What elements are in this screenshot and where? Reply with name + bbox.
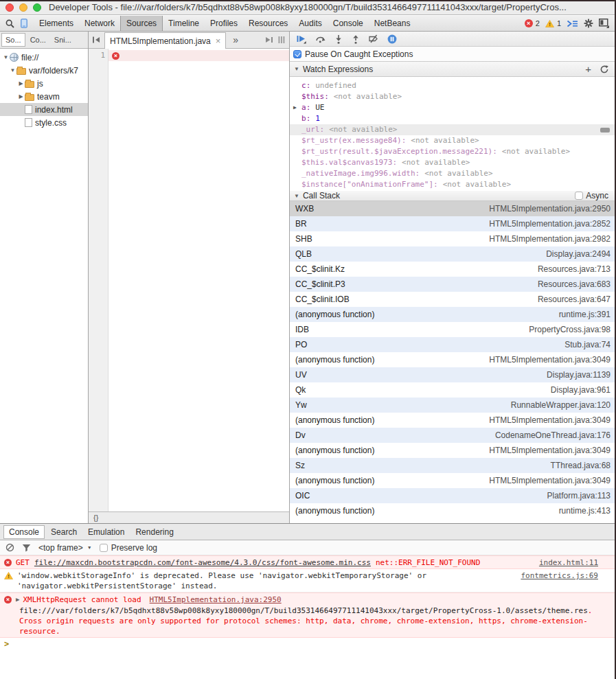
code-editor[interactable]: 1 × <box>89 49 289 511</box>
stack-frame-yw[interactable]: Yw RunnableWrapper.java:120 <box>290 398 616 413</box>
navigator-tab-co[interactable]: Co... <box>27 34 49 46</box>
stack-frame-uv[interactable]: UV Display.java:1139 <box>290 367 616 382</box>
stack-frame-anonymous-function[interactable]: (anonymous function) runtime.js:391 <box>290 307 616 322</box>
console-drawer-toggle-icon[interactable] <box>567 19 578 28</box>
call-stack-header[interactable]: ▼ Call Stack Async <box>290 191 616 201</box>
remove-watch-icon[interactable] <box>600 128 610 133</box>
panel-tab-audits[interactable]: Audits <box>293 16 327 31</box>
section-collapse-icon[interactable]: ▼ <box>294 193 299 199</box>
line-number[interactable]: 1 <box>89 50 105 61</box>
disclosure-triangle-icon[interactable]: ▼ <box>2 54 10 60</box>
watch-expression-instance-onanimationframe[interactable]: ▶$instance["onAnimationFrame"]<not avail… <box>290 179 616 190</box>
watch-expression-a[interactable]: ▶aUE <box>290 102 616 113</box>
panel-tab-netbeans[interactable]: NetBeans <box>369 16 416 31</box>
stack-frame-anonymous-function[interactable]: (anonymous function) HTML5Implementation… <box>290 413 616 428</box>
clear-console-icon[interactable] <box>5 543 14 552</box>
close-window-button[interactable] <box>5 3 14 12</box>
step-into-icon[interactable] <box>334 34 343 44</box>
frame-location[interactable]: HTML5Implementation.java:3049 <box>489 476 611 485</box>
frame-location[interactable]: Stub.java:74 <box>564 340 611 349</box>
settings-gear-icon[interactable] <box>584 19 593 28</box>
stack-frame-br[interactable]: BR HTML5Implementation.java:2852 <box>290 216 616 231</box>
stack-frame-shb[interactable]: SHB HTML5Implementation.java:2982 <box>290 231 616 246</box>
watch-expression-rt-ustr-ex-message84[interactable]: ▶$rt_ustr(ex.message84)<not available> <box>290 135 616 146</box>
line-number-gutter[interactable]: 1 <box>89 49 109 511</box>
file-tree-item-js[interactable]: ▶ js <box>0 77 88 90</box>
watch-expression-this[interactable]: ▶$this<not available> <box>290 91 616 102</box>
navigator-tab-sni[interactable]: Sni... <box>51 34 75 46</box>
frame-location[interactable]: TThread.java:68 <box>551 461 611 470</box>
deactivate-breakpoints-icon[interactable] <box>369 34 378 43</box>
maximize-window-button[interactable] <box>33 3 41 12</box>
minimize-window-button[interactable] <box>19 3 27 12</box>
navigator-tab-so[interactable]: So... <box>1 33 25 47</box>
frame-context-select[interactable]: <top frame> ▼ <box>38 543 92 553</box>
stack-frame-cc-clinit-iob[interactable]: CC_$clinit.IOB Resources.java:647 <box>290 292 616 307</box>
expand-triangle-icon[interactable]: ▶ <box>16 595 19 605</box>
frame-location[interactable]: runtime.js:413 <box>559 506 611 516</box>
stack-frame-dv[interactable]: Dv CodenameOneThread.java:176 <box>290 428 616 443</box>
frame-location[interactable]: Resources.java:647 <box>538 295 611 304</box>
frame-location[interactable]: HTML5Implementation.java:3049 <box>489 355 611 365</box>
watch-expression-url[interactable]: ▶_url<not available> <box>290 124 616 135</box>
add-watch-icon[interactable]: + <box>585 64 591 74</box>
watch-expression-b[interactable]: ▶b1 <box>290 113 616 124</box>
stack-frame-anonymous-function[interactable]: (anonymous function) runtime.js:413 <box>290 503 616 518</box>
file-tree-item-file[interactable]: ▼ file:// <box>0 51 88 64</box>
filter-icon[interactable] <box>22 544 31 552</box>
watch-expression-nativeimage-img996-width[interactable]: ▶_nativeImage.img996.width<not available… <box>290 168 616 179</box>
watch-expression-this-val-canvas1973[interactable]: ▶$this.val$canvas1973<not available> <box>290 157 616 168</box>
disclosure-triangle-icon[interactable]: ▶ <box>17 80 25 87</box>
more-tabs-chevron[interactable]: » <box>233 34 238 45</box>
frame-location[interactable]: Display.java:961 <box>551 385 611 395</box>
frame-location[interactable]: Resources.java:713 <box>538 264 611 274</box>
step-out-icon[interactable] <box>352 34 360 44</box>
drawer-tab-search[interactable]: Search <box>46 526 82 538</box>
hide-navigator-icon[interactable] <box>92 36 101 44</box>
pretty-print-button[interactable]: {} <box>93 514 98 522</box>
frame-location[interactable]: HTML5Implementation.java:2950 <box>489 204 611 214</box>
frame-location[interactable]: runtime.js:391 <box>559 310 611 319</box>
panel-tab-network[interactable]: Network <box>79 16 120 31</box>
frame-location[interactable]: Display.java:2494 <box>546 249 611 259</box>
panel-tab-resources[interactable]: Resources <box>243 16 293 31</box>
refresh-watch-icon[interactable] <box>600 65 608 73</box>
disclosure-triangle-icon[interactable]: ▶ <box>17 93 25 100</box>
panel-tab-elements[interactable]: Elements <box>34 16 79 31</box>
panel-tab-console[interactable]: Console <box>328 16 369 31</box>
stack-frame-wxb[interactable]: WXB HTML5Implementation.java:2950 <box>290 201 616 216</box>
frame-location[interactable]: HTML5Implementation.java:2852 <box>489 219 611 229</box>
pause-on-caught-checkbox[interactable] <box>293 50 301 58</box>
preserve-log-checkbox[interactable] <box>100 544 108 552</box>
frame-location[interactable]: Resources.java:683 <box>538 279 611 289</box>
file-tree-item-index-html[interactable]: index.html <box>0 103 88 116</box>
expand-triangle-icon[interactable]: ▶ <box>293 102 297 113</box>
frame-location[interactable]: HTML5Implementation.java:3049 <box>489 446 611 455</box>
console-prompt[interactable]: > <box>0 638 616 651</box>
stack-frame-qk[interactable]: Qk Display.java:961 <box>290 382 616 398</box>
watch-expression-c[interactable]: ▶cundefined <box>290 80 616 91</box>
file-tree-item-var-folders-k7[interactable]: ▼ var/folders/k7 <box>0 64 88 77</box>
stack-frame-po[interactable]: PO Stub.java:74 <box>290 337 616 352</box>
frame-location[interactable]: HTML5Implementation.java:3049 <box>489 415 611 425</box>
message-source-link[interactable]: HTML5Implementation.java:2950 <box>150 595 282 605</box>
watch-expressions-header[interactable]: ▼ Watch Expressions + <box>290 62 616 77</box>
warning-count-icon[interactable]: ! <box>545 20 554 27</box>
watch-expression-rt-ustr-result-javaexception-message221[interactable]: ▶$rt_ustr(result.$javaException.message2… <box>290 146 616 157</box>
drawer-tab-console[interactable]: Console <box>3 525 45 539</box>
request-url-link[interactable]: file://maxcdn.bootstrapcdn.com/font-awes… <box>34 558 371 567</box>
drawer-tab-rendering[interactable]: Rendering <box>130 526 178 538</box>
frame-location[interactable]: PropertyCross.java:98 <box>529 325 611 334</box>
frame-location[interactable]: Display.java:1139 <box>547 370 611 380</box>
panel-tab-timeline[interactable]: Timeline <box>163 16 205 31</box>
frame-location[interactable]: Platform.java:113 <box>547 491 611 500</box>
stack-frame-anonymous-function[interactable]: (anonymous function) HTML5Implementation… <box>290 443 616 458</box>
frame-location[interactable]: RunnableWrapper.java:120 <box>511 400 611 410</box>
frame-location[interactable]: CodenameOneThread.java:176 <box>495 430 611 440</box>
stack-frame-anonymous-function[interactable]: (anonymous function) HTML5Implementation… <box>290 352 616 367</box>
stack-frame-oic[interactable]: OIC Platform.java:113 <box>290 488 616 503</box>
step-over-icon[interactable] <box>315 34 326 43</box>
stack-frame-cc-clinit-kz[interactable]: CC_$clinit.Kz Resources.java:713 <box>290 262 616 277</box>
stack-frame-cc-clinit-p3[interactable]: CC_$clinit.P3 Resources.java:683 <box>290 277 616 292</box>
pause-on-exceptions-icon[interactable] <box>387 34 397 44</box>
